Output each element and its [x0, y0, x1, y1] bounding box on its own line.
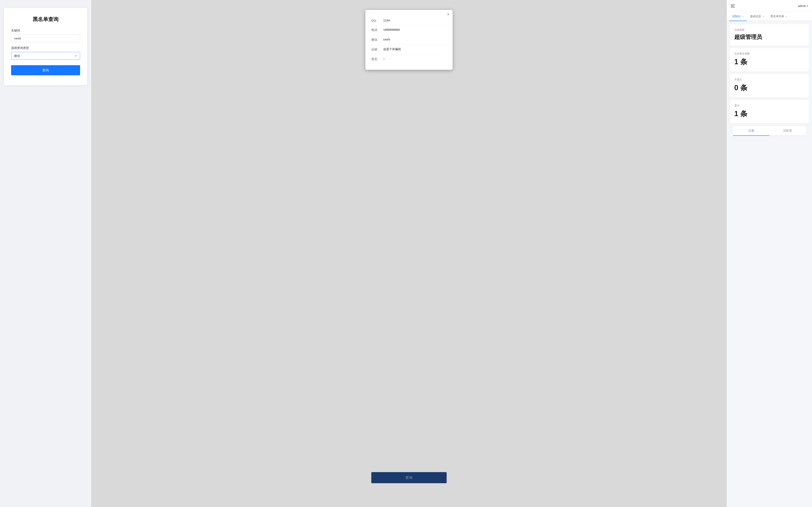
- tab-blacklist-label: 黑名单列表: [770, 15, 784, 18]
- stat-card-visible: 显示 1 条: [730, 100, 809, 123]
- modal-close-button[interactable]: ×: [447, 12, 449, 16]
- bottom-tab-activity[interactable]: 活跃度: [769, 126, 806, 136]
- result-value-status: 1: [383, 57, 447, 60]
- middle-query-button[interactable]: 查询: [371, 472, 447, 483]
- stat-sublabel-total: 总共黑名单数: [734, 52, 805, 56]
- result-row-status: 状态: 1: [371, 54, 447, 64]
- result-key-evidence: 证据:: [371, 47, 383, 51]
- stat-value-total: 1 条: [734, 57, 805, 67]
- menu-icon[interactable]: [731, 5, 735, 7]
- stat-card-permission: 当前权限 超级管理员: [730, 24, 809, 46]
- tab-basic-info-label: 基础信息: [750, 15, 761, 18]
- middle-background: [91, 0, 727, 507]
- menu-line-1: [731, 5, 735, 5]
- result-row-wechat: 微信: ceshi: [371, 35, 447, 45]
- tab-basic-info-close[interactable]: ×: [763, 15, 764, 18]
- stat-card-hidden: 不显示 0 条: [730, 74, 809, 98]
- stat-sublabel-hidden: 不显示: [734, 78, 805, 81]
- right-content: 当前权限 超级管理员 总共黑名单数 1 条 不显示 0 条 显示 1 条 公告 …: [727, 21, 812, 507]
- menu-line-2: [731, 6, 734, 6]
- result-key-wechat: 微信:: [371, 38, 383, 42]
- right-topbar: admin ▾: [727, 0, 812, 12]
- stat-card-total: 总共黑名单数 1 条: [730, 48, 809, 71]
- result-value-evidence: 这是个诈骗犯: [383, 47, 447, 51]
- stat-sublabel-permission: 当前权限: [734, 28, 805, 32]
- result-row-evidence: 证据: 这是个诈骗犯: [371, 45, 447, 54]
- result-value-qq: 1234: [383, 19, 447, 22]
- result-modal-wrapper: × QQ: 1234 电话: 1888888888 微信: ceshi 证据: …: [365, 10, 452, 70]
- stat-value-visible: 1 条: [734, 109, 805, 119]
- left-panel: 黑名单查询 关键词 选择查询类型 微信 QQ 电话 查询: [0, 0, 91, 507]
- stat-sublabel-visible: 显示: [734, 104, 805, 107]
- tab-console-close[interactable]: ×: [742, 15, 744, 18]
- stat-value-hidden: 0 条: [734, 83, 805, 93]
- result-key-phone: 电话:: [371, 28, 383, 32]
- result-modal: × QQ: 1234 电话: 1888888888 微信: ceshi 证据: …: [365, 10, 452, 70]
- keyword-label: 关键词: [11, 29, 80, 33]
- query-type-label: 选择查询类型: [11, 46, 80, 50]
- query-button[interactable]: 查询: [11, 65, 80, 75]
- menu-line-3: [731, 7, 735, 7]
- right-panel: admin ▾ 控制台 × 基础信息 × 黑名单列表 × 当前权限 超级管理员 …: [727, 0, 812, 507]
- result-value-phone: 1888888888: [383, 28, 447, 31]
- result-key-status: 状态:: [371, 57, 383, 61]
- query-type-select[interactable]: 微信 QQ 电话: [11, 52, 80, 60]
- result-row-qq: QQ: 1234: [371, 16, 447, 25]
- result-value-wechat: ceshi: [383, 38, 447, 41]
- result-row-phone: 电话: 1888888888: [371, 25, 447, 35]
- stat-value-permission: 超级管理员: [734, 33, 805, 41]
- result-key-qq: QQ:: [371, 19, 383, 22]
- bottom-tabs: 公告 活跃度: [733, 126, 806, 136]
- tab-blacklist[interactable]: 黑名单列表 ×: [767, 12, 791, 21]
- admin-name: admin: [798, 4, 806, 7]
- chevron-down-icon: ▾: [807, 5, 808, 7]
- query-card: 黑名单查询 关键词 选择查询类型 微信 QQ 电话 查询: [4, 8, 87, 85]
- tab-blacklist-close[interactable]: ×: [786, 15, 787, 18]
- query-title: 黑名单查询: [11, 16, 80, 23]
- tab-console[interactable]: 控制台 ×: [729, 12, 747, 21]
- bottom-tab-announcement[interactable]: 公告: [733, 126, 769, 136]
- admin-dropdown[interactable]: admin ▾: [798, 4, 808, 7]
- keyword-input[interactable]: [11, 35, 80, 42]
- tab-basic-info[interactable]: 基础信息 ×: [747, 12, 767, 21]
- middle-panel: × QQ: 1234 电话: 1888888888 微信: ceshi 证据: …: [91, 0, 727, 507]
- right-tabs: 控制台 × 基础信息 × 黑名单列表 ×: [727, 12, 812, 21]
- tab-console-label: 控制台: [732, 15, 741, 18]
